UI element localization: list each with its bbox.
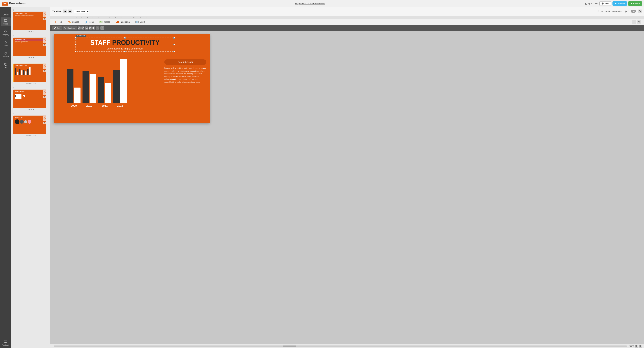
handle-mr[interactable] [174, 44, 175, 45]
slide-thumb-content-2: STAFF PRODUCTIVITY Lorem ipsum is simply… [14, 12, 46, 17]
edit-button[interactable]: Edit [52, 26, 62, 30]
svg-rect-26 [138, 22, 138, 23]
sidebar-item-canvas[interactable]: Canvas [1, 8, 11, 17]
play-btn[interactable] [92, 26, 96, 30]
slide-copy-btn-6[interactable]: ⧉ [43, 119, 46, 121]
svg-rect-5 [4, 10, 7, 13]
bar-group-2012 [113, 59, 127, 103]
slide-copy-btn-5[interactable]: ⧉ [43, 93, 46, 95]
sidebar-item-view[interactable]: View [1, 39, 11, 48]
slide-copy-btn-4[interactable]: ⧉ [43, 67, 46, 69]
layer-up-btn[interactable] [78, 26, 81, 30]
breadcrumb-area: Reputación en las redes social [38, 2, 254, 5]
year-label-2009: 2009 [67, 104, 80, 107]
infographa-icon [116, 20, 119, 24]
bring-to-front-btn[interactable] [89, 26, 92, 30]
slide-item-6: 6 MULTICOLOR 👁 ⧉ [12, 112, 50, 138]
slide-copy-btn-2[interactable]: ⧉ [43, 15, 46, 17]
handle-tl[interactable] [75, 37, 76, 38]
slide-thumb-title-3: GRAFIO MEDIA PARA [15, 39, 45, 40]
sidebar-item-property[interactable]: Property [1, 28, 11, 37]
slide-wrapper-6[interactable]: MULTICOLOR 👁 ⧉ 🗑 [14, 116, 48, 134]
toolbar-icons[interactable]: Icons [83, 20, 95, 24]
sidebar-item-help[interactable]: ? Help [1, 61, 11, 70]
bar-2009-dark [67, 69, 74, 103]
sidebar-sep-4 [2, 60, 9, 60]
slide-wrapper-5[interactable]: HAVE QUESTION ▶ ▶ ? 👁 ⧉ 🗑 [14, 90, 48, 108]
slide-thumb-content-5: HAVE QUESTION ▶ ▶ ? [14, 90, 46, 100]
property-icon [4, 30, 8, 33]
slide-eye-btn-6[interactable]: 👁 [43, 116, 46, 118]
title-productivity: PRODUCTIVITY [112, 39, 160, 46]
text-box-title[interactable]: Lorem Lipsum [164, 59, 206, 65]
lock-btn[interactable] [96, 26, 99, 30]
mode-select[interactable]: Basic Mode [74, 10, 90, 13]
slide-thumb-bg-5: HAVE QUESTION ▶ ▶ ? [14, 90, 46, 108]
toolbar-infographa[interactable]: Infographa [114, 20, 131, 24]
timeline-play-btn[interactable]: ▶ [68, 10, 72, 13]
timeline-rewind-btn[interactable]: ⏮ [63, 10, 67, 13]
bar-group-2011 [98, 77, 111, 103]
thumb-bar-4-2 [17, 72, 18, 75]
svg-rect-21 [117, 21, 118, 23]
sidebar-item-restore[interactable]: Restore [1, 50, 11, 59]
handle-bm[interactable] [124, 51, 126, 52]
close-object-btn[interactable]: × [100, 26, 104, 30]
view-icon [4, 40, 8, 44]
bar-chart: 2009 2010 2011 2012 [67, 56, 151, 113]
slide-thumb-bg-4: STAFF PRODUCTIVITY [14, 64, 46, 82]
slide-thumb-title-2: STAFF PRODUCTIVITY [15, 13, 45, 14]
sidebar-sep-2 [2, 38, 9, 38]
year-labels: 2009 2010 2011 2012 [67, 104, 151, 107]
handle-tr[interactable] [174, 37, 175, 38]
slide-canvas: X: 126.3×44 STAFF PRODUCTIVITY Lorem Ips… [54, 34, 210, 123]
slide-del-btn-4[interactable]: 🗑 [43, 70, 46, 72]
slide-del-btn-5[interactable]: 🗑 [43, 96, 46, 98]
slide-title-element[interactable]: X: 126.3×44 STAFF PRODUCTIVITY Lorem Ips… [76, 38, 174, 52]
slide-del-btn-3[interactable]: 🗑 [43, 44, 46, 46]
text-box-body[interactable]: Double click to edit this text! Lorem Ip… [164, 67, 206, 83]
sidebar-item-slides[interactable]: Slides [1, 18, 11, 26]
bring-front-icon [89, 27, 92, 29]
slide-del-btn-2[interactable]: 🗑 [43, 18, 46, 20]
slide-copy-btn-3[interactable]: ⧉ [43, 41, 46, 43]
toolbar-shapes[interactable]: Shapes [66, 20, 80, 24]
slide-eye-btn-3[interactable]: 👁 [43, 38, 46, 40]
slide-panel: 2 STAFF PRODUCTIVITY Lorem ipsum is simp… [12, 7, 50, 139]
slide-thumb-icons-2: 👁 ⧉ 🗑 [43, 12, 46, 20]
year-label-2012: 2012 [113, 104, 127, 107]
slide-num-2: 2 [14, 9, 48, 11]
slide-del-btn-6[interactable]: 🗑 [43, 122, 46, 124]
layer-down-icon [82, 27, 84, 29]
slide-thumb-question-5: ▶ ▶ ? [15, 94, 45, 100]
handle-tm[interactable] [124, 37, 126, 38]
slide-wrapper-4[interactable]: STAFF PRODUCTIVITY [14, 64, 48, 82]
slide-thumb-title-5: HAVE QUESTION [15, 91, 45, 92]
bar-group-2010 [82, 71, 96, 103]
slide-wrapper-3[interactable]: GRAFIO MEDIA PARA Lorem ipsum is simply … [14, 38, 48, 56]
duplicate-button[interactable]: Duplicate [62, 26, 77, 30]
slide-label-5: Slide 5 [14, 108, 48, 110]
canvas-wrapper[interactable]: ◀ X: 126.3×44 STAFF PRODUCTIVITY Lorem I… [50, 31, 254, 139]
toolbar-text[interactable]: T Text [53, 20, 64, 24]
slide-thumb-text-2: Lorem ipsum is simply dummy text of the … [15, 15, 45, 16]
slide-thumb-content-4: STAFF PRODUCTIVITY [14, 64, 46, 76]
slide-label-3: Slide 3 [14, 56, 48, 58]
toolbar-images[interactable]: Images [98, 20, 111, 24]
object-toolbar: Edit Duplicate [50, 25, 254, 31]
slide-eye-btn-2[interactable]: 👁 [43, 12, 46, 14]
toolbar-media[interactable]: Media [134, 20, 146, 24]
slide-wrapper-2[interactable]: STAFF PRODUCTIVITY Lorem ipsum is simply… [14, 12, 48, 30]
slide-eye-btn-4[interactable]: 👁 [43, 64, 46, 66]
send-to-back-btn[interactable] [85, 26, 88, 30]
slide-eye-btn-5[interactable]: 👁 [43, 90, 46, 92]
slide-thumb-4: STAFF PRODUCTIVITY [14, 64, 46, 82]
handle-ml[interactable] [75, 44, 76, 45]
svg-text:T: T [55, 21, 56, 24]
handle-br[interactable] [174, 51, 175, 52]
handle-bl[interactable] [75, 51, 76, 52]
slide-thumb-subtext-3: More dummy text here [15, 42, 45, 44]
slide-num-4: 4 [14, 61, 48, 63]
title-staff: STAFF [90, 39, 110, 46]
layer-down-btn[interactable] [81, 26, 84, 30]
